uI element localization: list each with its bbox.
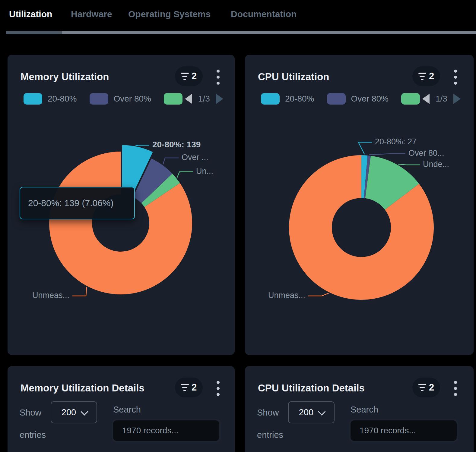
label-leader-line (358, 142, 372, 154)
kebab-menu-icon[interactable] (449, 380, 462, 397)
active-tab-indicator (6, 31, 62, 34)
slice-label: Unmeas... (268, 291, 305, 300)
kebab-menu-icon[interactable] (212, 380, 224, 397)
filter-badge[interactable]: 2 (175, 378, 203, 397)
card-title: Memory Utilization Details (21, 382, 144, 394)
filter-count: 2 (429, 382, 434, 393)
slice-label: Unmeas... (32, 291, 69, 300)
show-label: Show (257, 408, 279, 418)
tab-bar: UtilizationHardwareOperating SystemsDocu… (0, 0, 476, 35)
filter-count: 2 (192, 382, 197, 393)
cpu-utilization-card: CPU Utilization 2 20-80%Over 80%1/3 20-8… (245, 55, 474, 355)
page-size-value: 200 (299, 407, 313, 417)
chevron-down-icon (318, 408, 325, 415)
cpu-donut-chart[interactable]: 20-80%: 27Over 80...Unde...Unmeas... (245, 55, 474, 355)
chart-tooltip: 20-80%: 139 (7.06%) (20, 187, 135, 219)
slice-label: 20-80%: 27 (375, 137, 417, 146)
label-leader-line (177, 172, 193, 177)
entries-label: entries (257, 430, 283, 440)
label-leader-line (398, 164, 420, 165)
memory-utilization-card: Memory Utilization 2 20-80%Over 80%1/3 2… (8, 55, 235, 355)
slice-label: Un... (196, 167, 213, 176)
card-title: CPU Utilization Details (258, 382, 365, 394)
slice-label: Over 80... (408, 149, 444, 158)
slice-label: Over ... (182, 153, 208, 162)
search-label: Search (351, 405, 378, 415)
label-leader-line (136, 145, 149, 146)
label-leader-line (369, 154, 405, 155)
filter-icon (418, 384, 426, 391)
tab-operating-systems[interactable]: Operating Systems (128, 9, 211, 19)
tab-documentation[interactable]: Documentation (231, 9, 297, 19)
tab-utilization[interactable]: Utilization (9, 9, 52, 19)
search-input[interactable] (351, 420, 457, 441)
cpu-details-card: CPU Utilization Details 2 Show 200 entri… (245, 366, 474, 452)
slice-label: 20-80%: 139 (152, 140, 201, 149)
label-leader-line (308, 293, 329, 296)
filter-badge[interactable]: 2 (412, 378, 440, 397)
page-size-select[interactable]: 200 (51, 401, 97, 423)
tab-underline (62, 31, 476, 34)
page-size-value: 200 (62, 407, 76, 417)
filter-icon (181, 384, 189, 391)
chevron-down-icon (81, 408, 88, 415)
entries-label: entries (20, 430, 46, 440)
memory-details-card: Memory Utilization Details 2 Show 200 en… (8, 366, 235, 452)
search-input[interactable] (113, 420, 219, 441)
tab-hardware[interactable]: Hardware (71, 9, 112, 19)
label-leader-line (72, 287, 87, 296)
page-size-select[interactable]: 200 (288, 401, 335, 423)
search-label: Search (113, 405, 141, 415)
show-label: Show (20, 408, 42, 418)
label-leader-line (163, 158, 179, 164)
slice-label: Unde... (423, 160, 449, 169)
